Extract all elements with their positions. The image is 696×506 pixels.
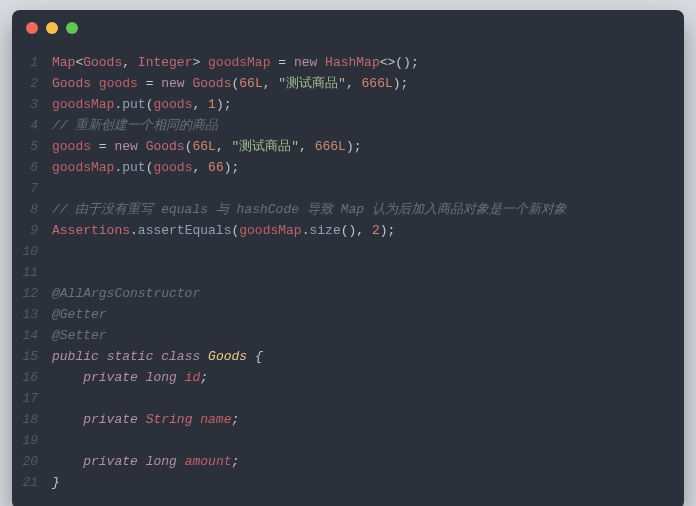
token: );	[346, 139, 362, 154]
line-number: 3	[12, 94, 52, 115]
token: @Getter	[52, 307, 107, 322]
line-number: 20	[12, 451, 52, 472]
token: id	[185, 370, 201, 385]
minimize-icon[interactable]	[46, 22, 58, 34]
code-content[interactable]: private String name;	[52, 409, 239, 430]
line-number: 8	[12, 199, 52, 220]
code-content[interactable]: private long id;	[52, 367, 208, 388]
code-content[interactable]: goodsMap.put(goods, 66);	[52, 157, 239, 178]
line-number: 18	[12, 409, 52, 430]
token: class	[161, 349, 200, 364]
code-line[interactable]: 2Goods goods = new Goods(66L, "测试商品", 66…	[12, 73, 684, 94]
code-content[interactable]: Map<Goods, Integer> goodsMap = new HashM…	[52, 52, 419, 73]
code-line[interactable]: 21}	[12, 472, 684, 493]
code-line[interactable]: 6goodsMap.put(goods, 66);	[12, 157, 684, 178]
token: ,	[192, 160, 208, 175]
close-icon[interactable]	[26, 22, 38, 34]
token: goodsMap	[239, 223, 301, 238]
token: new	[161, 76, 184, 91]
token: ,	[192, 97, 208, 112]
code-line[interactable]: 19	[12, 430, 684, 451]
token: goods	[153, 160, 192, 175]
line-number: 6	[12, 157, 52, 178]
token: public	[52, 349, 99, 364]
code-content[interactable]: @Getter	[52, 304, 107, 325]
code-line[interactable]: 5goods = new Goods(66L, "测试商品", 666L);	[12, 136, 684, 157]
token: =	[91, 139, 114, 154]
token: "测试商品"	[278, 76, 346, 91]
editor-window: 1Map<Goods, Integer> goodsMap = new Hash…	[12, 10, 684, 506]
token	[177, 454, 185, 469]
code-line[interactable]: 15public static class Goods {	[12, 346, 684, 367]
code-line[interactable]: 3goodsMap.put(goods, 1);	[12, 94, 684, 115]
token: 666L	[315, 139, 346, 154]
code-line[interactable]: 17	[12, 388, 684, 409]
zoom-icon[interactable]	[66, 22, 78, 34]
code-content[interactable]: public static class Goods {	[52, 346, 263, 367]
line-number: 9	[12, 220, 52, 241]
code-content[interactable]: @Setter	[52, 325, 107, 346]
token: 2	[372, 223, 380, 238]
line-number: 10	[12, 241, 52, 262]
token: goodsMap	[52, 97, 114, 112]
code-content[interactable]: goods = new Goods(66L, "测试商品", 666L);	[52, 136, 362, 157]
token	[138, 370, 146, 385]
code-line[interactable]: 18 private String name;	[12, 409, 684, 430]
token: Goods	[192, 76, 231, 91]
token: 1	[208, 97, 216, 112]
code-content[interactable]: // 重新创建一个相同的商品	[52, 115, 218, 136]
code-line[interactable]: 8// 由于没有重写 equals 与 hashCode 导致 Map 认为后加…	[12, 199, 684, 220]
window-titlebar	[12, 10, 684, 46]
token: name	[200, 412, 231, 427]
code-content[interactable]: // 由于没有重写 equals 与 hashCode 导致 Map 认为后加入…	[52, 199, 567, 220]
token: amount	[185, 454, 232, 469]
line-number: 15	[12, 346, 52, 367]
code-content[interactable]: goodsMap.put(goods, 1);	[52, 94, 232, 115]
token: HashMap	[325, 55, 380, 70]
token: <>();	[380, 55, 419, 70]
code-line[interactable]: 20 private long amount;	[12, 451, 684, 472]
code-line[interactable]: 7	[12, 178, 684, 199]
token: {	[247, 349, 263, 364]
token: Integer	[138, 55, 193, 70]
code-content[interactable]: @AllArgsConstructor	[52, 283, 200, 304]
code-line[interactable]: 4// 重新创建一个相同的商品	[12, 115, 684, 136]
line-number: 2	[12, 73, 52, 94]
token: Goods	[146, 139, 185, 154]
line-number: 4	[12, 115, 52, 136]
token: goods	[153, 97, 192, 112]
code-content[interactable]: private long amount;	[52, 451, 239, 472]
code-line[interactable]: 10	[12, 241, 684, 262]
token: 666L	[362, 76, 393, 91]
token: long	[146, 370, 177, 385]
code-line[interactable]: 9Assertions.assertEquals(goodsMap.size()…	[12, 220, 684, 241]
code-content[interactable]: }	[52, 472, 60, 493]
line-number: 5	[12, 136, 52, 157]
token: static	[107, 349, 154, 364]
line-number: 7	[12, 178, 52, 199]
token: new	[294, 55, 317, 70]
token	[138, 139, 146, 154]
line-number: 17	[12, 388, 52, 409]
code-line[interactable]: 1Map<Goods, Integer> goodsMap = new Hash…	[12, 52, 684, 73]
code-editor[interactable]: 1Map<Goods, Integer> goodsMap = new Hash…	[12, 46, 684, 506]
token	[138, 412, 146, 427]
code-content[interactable]: Goods goods = new Goods(66L, "测试商品", 666…	[52, 73, 408, 94]
token	[99, 349, 107, 364]
code-line[interactable]: 11	[12, 262, 684, 283]
code-line[interactable]: 12@AllArgsConstructor	[12, 283, 684, 304]
line-number: 21	[12, 472, 52, 493]
code-line[interactable]: 13@Getter	[12, 304, 684, 325]
code-line[interactable]: 16 private long id;	[12, 367, 684, 388]
token: @AllArgsConstructor	[52, 286, 200, 301]
token: private	[83, 370, 138, 385]
token: goodsMap	[208, 55, 270, 70]
code-content[interactable]: Assertions.assertEquals(goodsMap.size(),…	[52, 220, 395, 241]
line-number: 14	[12, 325, 52, 346]
token: 66	[208, 160, 224, 175]
token: goodsMap	[52, 160, 114, 175]
line-number: 12	[12, 283, 52, 304]
token: >	[192, 55, 208, 70]
token: ,	[346, 76, 362, 91]
code-line[interactable]: 14@Setter	[12, 325, 684, 346]
